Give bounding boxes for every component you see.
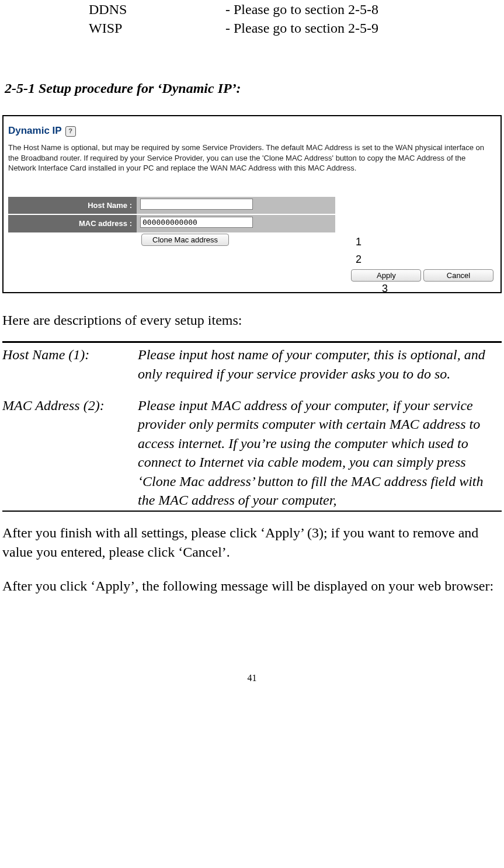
descriptions-intro: Here are descriptions of every setup ite… — [2, 311, 502, 329]
host-name-label: Host Name : — [8, 197, 137, 214]
panel-description: The Host Name is optional, but may be re… — [8, 143, 493, 173]
item-host-label: Host Name (1): — [2, 345, 138, 383]
panel-title: Dynamic IP — [8, 124, 62, 138]
ref-wisp-label: WISP — [89, 19, 225, 37]
mac-address-label: MAC address : — [8, 215, 137, 232]
table-top-rule — [2, 341, 502, 343]
cancel-button[interactable]: Cancel — [423, 269, 493, 282]
item-mac-label: MAC Address (2): — [2, 396, 138, 509]
page-number: 41 — [2, 672, 502, 685]
callout-2: 2 — [356, 252, 362, 266]
section-heading: 2-5-1 Setup procedure for ‘Dynamic IP’: — [5, 79, 502, 98]
clone-mac-button[interactable]: Clone Mac address — [141, 234, 229, 246]
item-host-desc: Please input host name of your computer,… — [138, 345, 502, 383]
help-icon[interactable]: ? — [65, 126, 76, 137]
ref-ddns-label: DDNS — [89, 0, 225, 19]
item-mac-desc: Please input MAC address of your compute… — [138, 396, 502, 509]
callout-1: 1 — [356, 235, 362, 249]
host-name-input[interactable] — [140, 199, 253, 210]
callout-3: 3 — [382, 282, 388, 296]
apply-button[interactable]: Apply — [351, 269, 421, 282]
section-reference-list: DDNS - Please go to section 2-5-8 WISP -… — [89, 0, 502, 38]
paragraph-apply: After you finish with all settings, plea… — [2, 523, 502, 561]
table-bottom-rule — [2, 511, 502, 512]
router-ui-screenshot: Dynamic IP ? The Host Name is optional, … — [2, 115, 502, 293]
mac-address-input[interactable] — [140, 217, 253, 228]
ref-ddns-text: - Please go to section 2-5-8 — [225, 0, 378, 19]
paragraph-after-apply: After you click ‘Apply’, the following m… — [2, 577, 502, 595]
ref-wisp-text: - Please go to section 2-5-9 — [225, 19, 378, 37]
